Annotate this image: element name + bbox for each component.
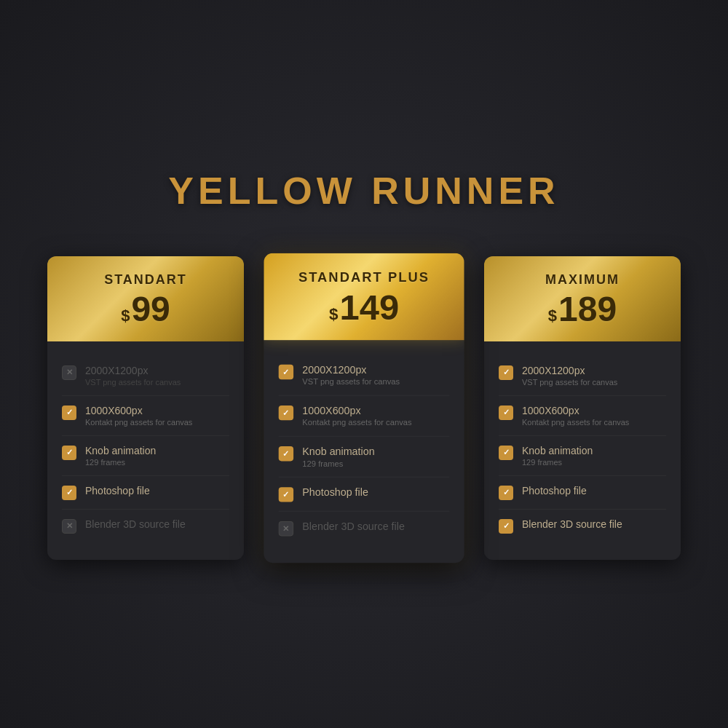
- feature-row: ✓Knob animation129 frames: [62, 436, 229, 476]
- feature-text: Photoshop file: [85, 485, 150, 496]
- cross-icon: ✕: [62, 519, 76, 534]
- feature-title: Knob animation: [522, 445, 593, 456]
- check-icon: ✓: [499, 486, 513, 500]
- plan-name-maximum: MAXIMUM: [499, 272, 666, 288]
- feature-title: Photoshop file: [85, 485, 150, 496]
- feature-row: ✓Knob animation129 frames: [279, 436, 450, 477]
- feature-title: Knob animation: [85, 445, 156, 456]
- feature-text: Blender 3D source file: [302, 521, 405, 532]
- feature-text: 1000X600pxKontakt png assets for canvas: [302, 404, 411, 427]
- feature-row: ✓Knob animation129 frames: [499, 436, 666, 476]
- feature-row: ✓Photoshop file: [279, 477, 450, 511]
- page-title: YELLOW RUNNER: [168, 169, 559, 213]
- feature-text: Blender 3D source file: [522, 518, 622, 530]
- feature-subtitle: VST png assets for canvas: [522, 378, 617, 387]
- check-icon: ✓: [62, 486, 76, 500]
- feature-subtitle: 129 frames: [85, 458, 156, 467]
- feature-title: Photoshop file: [522, 485, 587, 496]
- feature-row: ✓2000X1200pxVST png assets for canvas: [499, 356, 666, 396]
- price-amount-maximum: 189: [558, 292, 617, 327]
- feature-text: Photoshop file: [522, 485, 587, 496]
- plan-name-standart-plus: STANDART PLUS: [279, 269, 450, 285]
- feature-text: 2000X1200pxVST png assets for canvas: [85, 365, 181, 387]
- feature-row: ✓1000X600pxKontakt png assets for canvas: [62, 396, 229, 436]
- plan-card-maximum[interactable]: MAXIMUM$189✓2000X1200pxVST png assets fo…: [484, 256, 681, 560]
- check-icon: ✓: [279, 364, 293, 379]
- plan-header-standart-plus: STANDART PLUS$149: [264, 253, 464, 339]
- plan-header-maximum: MAXIMUM$189: [484, 256, 681, 341]
- feature-title: Blender 3D source file: [302, 521, 405, 532]
- plan-price-standart-plus: $149: [279, 289, 450, 325]
- feature-text: 1000X600pxKontakt png assets for canvas: [85, 405, 192, 427]
- plan-features-standart-plus: ✓2000X1200pxVST png assets for canvas✓10…: [264, 340, 464, 563]
- feature-title: 2000X1200px: [302, 363, 400, 375]
- plan-price-maximum: $189: [499, 292, 666, 327]
- check-icon: ✓: [499, 446, 513, 460]
- feature-text: 1000X600pxKontakt png assets for canvas: [522, 405, 629, 427]
- feature-title: 2000X1200px: [85, 365, 181, 376]
- plan-features-standart: ✕2000X1200pxVST png assets for canvas✓10…: [47, 341, 244, 560]
- feature-title: 1000X600px: [302, 404, 411, 416]
- cross-icon: ✕: [279, 521, 293, 536]
- check-icon: ✓: [499, 405, 513, 420]
- feature-subtitle: VST png assets for canvas: [85, 378, 181, 387]
- feature-text: Knob animation129 frames: [85, 445, 156, 467]
- feature-row: ✓Photoshop file: [499, 476, 666, 510]
- feature-title: 1000X600px: [522, 405, 629, 416]
- feature-text: 2000X1200pxVST png assets for canvas: [522, 365, 617, 387]
- plan-card-standart-plus[interactable]: STANDART PLUS$149✓2000X1200pxVST png ass…: [264, 253, 464, 562]
- feature-row: ✕Blender 3D source file: [62, 510, 229, 542]
- feature-row: ✕Blender 3D source file: [279, 511, 450, 545]
- feature-text: Blender 3D source file: [85, 518, 186, 530]
- feature-subtitle: 129 frames: [302, 459, 374, 467]
- plan-card-standart[interactable]: STANDART$99✕2000X1200pxVST png assets fo…: [47, 256, 244, 560]
- feature-row: ✓Blender 3D source file: [499, 510, 666, 542]
- feature-title: 2000X1200px: [522, 365, 617, 376]
- price-dollar-standart-plus: $: [329, 304, 338, 324]
- check-icon: ✓: [62, 446, 76, 460]
- feature-row: ✓Photoshop file: [62, 476, 229, 510]
- cross-icon: ✕: [62, 365, 76, 380]
- feature-subtitle: VST png assets for canvas: [302, 377, 400, 386]
- feature-row: ✕2000X1200pxVST png assets for canvas: [62, 356, 229, 396]
- check-icon: ✓: [279, 487, 293, 502]
- feature-text: Photoshop file: [302, 486, 368, 498]
- feature-row: ✓1000X600pxKontakt png assets for canvas: [279, 395, 450, 436]
- plan-header-standart: STANDART$99: [47, 256, 244, 341]
- feature-title: Photoshop file: [302, 486, 368, 498]
- price-amount-standart: 99: [131, 292, 170, 327]
- feature-text: Knob animation129 frames: [302, 446, 374, 468]
- feature-row: ✓2000X1200pxVST png assets for canvas: [279, 355, 450, 395]
- feature-subtitle: 129 frames: [522, 458, 593, 467]
- feature-title: 1000X600px: [85, 405, 192, 416]
- check-icon: ✓: [279, 446, 293, 461]
- feature-text: 2000X1200pxVST png assets for canvas: [302, 363, 400, 386]
- feature-title: Blender 3D source file: [522, 518, 622, 530]
- check-icon: ✓: [62, 405, 76, 420]
- check-icon: ✓: [279, 405, 293, 419]
- price-dollar-standart: $: [121, 306, 130, 325]
- feature-text: Knob animation129 frames: [522, 445, 593, 467]
- check-icon: ✓: [499, 365, 513, 380]
- feature-title: Blender 3D source file: [85, 518, 186, 530]
- price-amount-standart-plus: 149: [339, 289, 399, 325]
- feature-subtitle: Kontakt png assets for canvas: [85, 418, 192, 427]
- plan-features-maximum: ✓2000X1200pxVST png assets for canvas✓10…: [484, 341, 681, 560]
- feature-subtitle: Kontakt png assets for canvas: [522, 418, 629, 427]
- feature-title: Knob animation: [302, 446, 374, 457]
- plans-container: STANDART$99✕2000X1200pxVST png assets fo…: [47, 256, 681, 560]
- price-dollar-maximum: $: [548, 306, 557, 325]
- feature-subtitle: Kontakt png assets for canvas: [302, 418, 411, 427]
- feature-row: ✓1000X600pxKontakt png assets for canvas: [499, 396, 666, 436]
- check-icon: ✓: [499, 519, 513, 534]
- plan-name-standart: STANDART: [62, 272, 229, 288]
- plan-price-standart: $99: [62, 292, 229, 327]
